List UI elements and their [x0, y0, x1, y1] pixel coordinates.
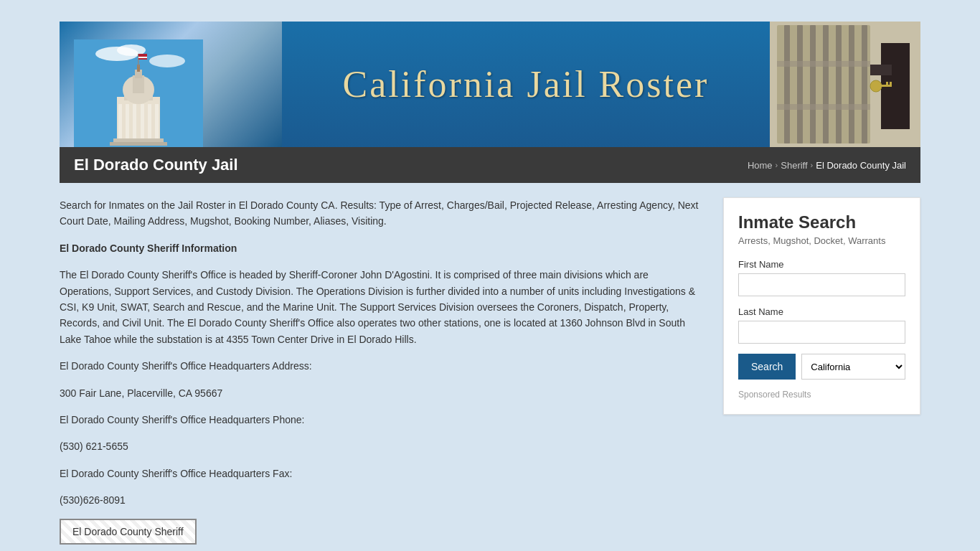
- hq-address-block: El Dorado County Sheriff's Office Headqu…: [60, 358, 702, 401]
- svg-rect-24: [784, 25, 790, 143]
- hq-fax-label: El Dorado County Sheriff's Office Headqu…: [60, 466, 702, 481]
- body-paragraph: The El Dorado County Sheriff's Office is…: [60, 267, 702, 347]
- hq-address-label: El Dorado County Sheriff's Office Headqu…: [60, 358, 702, 374]
- svg-point-3: [149, 55, 185, 67]
- breadcrumb-home[interactable]: Home: [748, 160, 773, 171]
- search-button[interactable]: Search: [738, 354, 796, 380]
- svg-rect-39: [890, 82, 892, 85]
- content-left: Search for Inmates on the Jail Roster in…: [60, 197, 702, 551]
- hq-phone: (530) 621-5655: [60, 438, 702, 454]
- inmate-search-subtitle: Arrests, Mugshot, Docket, Warrants: [738, 235, 905, 246]
- svg-point-35: [870, 80, 882, 92]
- breadcrumb-sep-1: ›: [776, 161, 778, 169]
- svg-rect-26: [810, 25, 816, 143]
- breadcrumb-sep-2: ›: [811, 161, 814, 169]
- svg-rect-17: [110, 142, 167, 146]
- inmate-search-title: Inmate Search: [738, 212, 905, 232]
- hq-fax-block: El Dorado County Sheriff's Office Headqu…: [60, 466, 702, 509]
- sidebar: Inmate Search Arrests, Mugshot, Docket, …: [723, 197, 920, 551]
- inmate-search-box: Inmate Search Arrests, Mugshot, Docket, …: [723, 197, 920, 415]
- svg-rect-29: [849, 25, 854, 143]
- svg-rect-15: [155, 104, 159, 140]
- svg-rect-12: [133, 104, 136, 140]
- svg-rect-32: [777, 104, 870, 110]
- site-title: California Jail Roster: [343, 63, 710, 105]
- page-title: El Dorado County Jail: [74, 156, 238, 174]
- sheriff-button[interactable]: El Dorado County Sheriff: [60, 519, 197, 545]
- last-name-label: Last Name: [738, 306, 905, 317]
- header-left-image: [60, 22, 282, 147]
- svg-rect-25: [797, 25, 803, 143]
- svg-rect-30: [862, 25, 867, 143]
- svg-rect-10: [118, 104, 122, 140]
- hq-phone-label: El Dorado County Sheriff's Office Headqu…: [60, 412, 702, 428]
- header-right-image: [770, 22, 920, 147]
- breadcrumb-sheriff[interactable]: Sheriff: [781, 160, 807, 171]
- nav-bar: El Dorado County Jail Home › Sheriff › E…: [60, 147, 920, 183]
- hq-phone-block: El Dorado County Sheriff's Office Headqu…: [60, 412, 702, 455]
- svg-rect-13: [141, 104, 144, 140]
- last-name-input[interactable]: [738, 321, 905, 344]
- svg-rect-16: [113, 138, 164, 142]
- search-row: Search CaliforniaAlabamaAlaskaArizonaArk…: [738, 354, 905, 380]
- first-name-group: First Name: [738, 259, 905, 296]
- breadcrumb: Home › Sheriff › El Dorado County Jail: [748, 160, 906, 171]
- intro-paragraph: Search for Inmates on the Jail Roster in…: [60, 197, 702, 230]
- svg-rect-21: [138, 58, 147, 60]
- breadcrumb-current: El Dorado County Jail: [816, 160, 906, 171]
- svg-rect-34: [870, 65, 892, 75]
- header-banner: California Jail Roster: [60, 22, 920, 147]
- section-heading: El Dorado County Sheriff Information: [60, 240, 702, 256]
- svg-rect-14: [148, 104, 151, 140]
- state-select[interactable]: CaliforniaAlabamaAlaskaArizonaArkansasCo…: [801, 354, 905, 380]
- first-name-input[interactable]: [738, 273, 905, 296]
- first-name-label: First Name: [738, 259, 905, 270]
- sponsored-label: Sponsored Results: [738, 390, 905, 400]
- svg-rect-27: [823, 25, 829, 143]
- header-center: California Jail Roster: [282, 22, 770, 147]
- svg-rect-28: [836, 25, 842, 143]
- svg-rect-31: [777, 61, 870, 67]
- svg-rect-11: [126, 104, 129, 140]
- main-content: Search for Inmates on the Jail Roster in…: [60, 197, 920, 551]
- last-name-group: Last Name: [738, 306, 905, 344]
- svg-rect-38: [886, 82, 888, 85]
- hq-address: 300 Fair Lane, Placerville, CA 95667: [60, 385, 702, 401]
- hq-fax: (530)626-8091: [60, 492, 702, 508]
